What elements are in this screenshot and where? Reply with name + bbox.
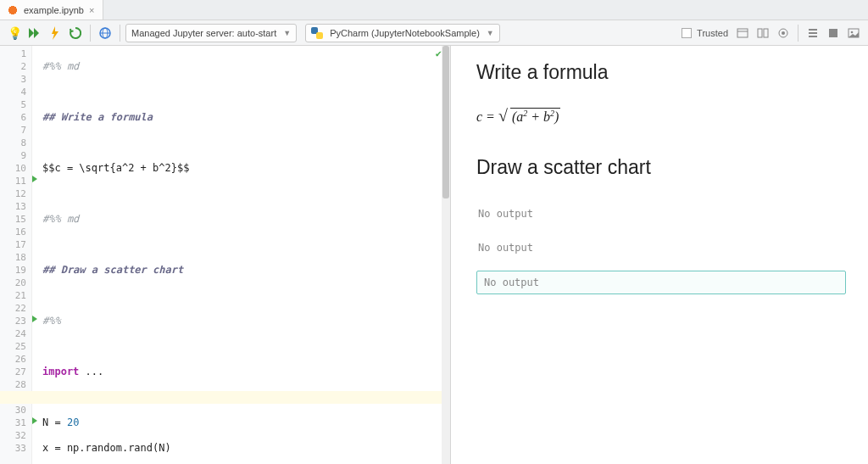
variables-icon[interactable] [96, 24, 114, 42]
cell-output-empty: No output [476, 203, 846, 225]
svg-rect-3 [737, 29, 748, 37]
toolbar-separator [120, 25, 120, 42]
view-mode-buttons [733, 24, 863, 42]
notebook-preview: Write a formula c = (a2 + b2) Draw a sca… [451, 46, 868, 464]
server-dropdown-label: Managed Jupyter server: auto-start [131, 28, 276, 38]
preview-view-icon[interactable] [774, 24, 793, 42]
python-icon [311, 27, 323, 39]
chevron-down-icon: ▼ [487, 29, 494, 37]
scrollbar-thumb[interactable] [442, 46, 449, 198]
list-view-icon[interactable] [804, 24, 822, 42]
run-cell-icon[interactable] [32, 417, 37, 424]
preview-heading-formula: Write a formula [476, 61, 846, 84]
kernel-dropdown-label: PyCharm (JupyterNotebookSample) [330, 28, 480, 38]
jupyter-file-icon [7, 4, 19, 16]
editor-preview-split: ✔ ➤ 12 34 56 78 910 1112 1315 1617 1819 … [0, 46, 868, 464]
svg-rect-12 [829, 29, 837, 37]
code-editor[interactable]: ✔ ➤ 12 34 56 78 910 1112 1315 1617 1819 … [0, 46, 451, 464]
preview-heading-scatter: Draw a scatter chart [476, 156, 846, 179]
server-dropdown[interactable]: Managed Jupyter server: auto-start ▼ [125, 24, 297, 42]
cell-output-empty-selected[interactable]: No output [476, 271, 846, 294]
interrupt-icon[interactable] [46, 24, 64, 42]
trusted-label: Trusted [697, 28, 728, 38]
tab-example-ipynb[interactable]: example.ipynb × [0, 0, 103, 20]
svg-rect-5 [758, 29, 762, 37]
kernel-dropdown[interactable]: PyCharm (JupyterNotebookSample) ▼ [305, 24, 500, 42]
rendered-formula: c = (a2 + b2) [476, 108, 846, 126]
table-view-icon[interactable] [824, 24, 843, 42]
intention-bulb-icon[interactable]: 💡 [5, 24, 24, 42]
toolbar-separator [90, 25, 91, 42]
restart-kernel-icon[interactable] [66, 24, 85, 42]
trusted-toggle[interactable]: Trusted [682, 28, 732, 38]
source-view-icon[interactable] [733, 24, 752, 42]
tab-strip: example.ipynb × [0, 0, 868, 20]
code-area[interactable]: #%% md ## Write a formula $$c = \sqrt{a^… [42, 46, 445, 464]
chevron-down-icon: ▼ [283, 29, 291, 37]
run-all-icon[interactable] [25, 24, 44, 42]
run-cell-icon[interactable] [32, 316, 37, 322]
image-view-icon[interactable] [844, 24, 863, 42]
svg-rect-6 [764, 29, 768, 37]
svg-point-14 [851, 31, 854, 33]
trusted-checkbox[interactable] [682, 28, 692, 38]
tab-title: example.ipynb [24, 5, 84, 15]
svg-point-8 [782, 31, 785, 35]
cell-output-empty: No output [476, 237, 846, 259]
editor-scrollbar[interactable] [442, 46, 450, 464]
run-cell-icon[interactable] [32, 176, 37, 182]
split-view-icon[interactable] [754, 24, 772, 42]
notebook-toolbar: 💡 Managed Jupyter server: auto-start ▼ P… [0, 20, 868, 46]
close-icon[interactable]: × [89, 5, 94, 15]
toolbar-separator [798, 25, 798, 42]
